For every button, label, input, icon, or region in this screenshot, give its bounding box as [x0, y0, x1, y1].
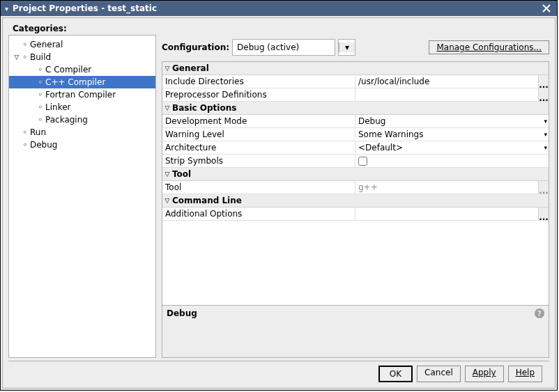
- property-grid: ▽General Include Directories/usr/local/i…: [162, 61, 549, 358]
- chevron-down-icon[interactable]: ▾: [544, 131, 547, 138]
- bullet-icon: [37, 103, 44, 111]
- browse-icon[interactable]: ...: [538, 207, 549, 220]
- tree-item-debug[interactable]: Debug: [9, 139, 155, 151]
- prop-include-directories[interactable]: Include Directories/usr/local/include...: [162, 75, 549, 88]
- close-icon[interactable]: [540, 2, 553, 15]
- strip-symbols-checkbox[interactable]: [358, 157, 367, 166]
- tree-item-linker[interactable]: Linker: [9, 101, 155, 113]
- titlebar[interactable]: ▾ Project Properties - test_static: [1, 1, 557, 16]
- prop-warning-level[interactable]: Warning LevelSome Warnings▾: [162, 128, 549, 141]
- grid-empty-area: [162, 221, 549, 305]
- tree-item-general[interactable]: General: [9, 38, 155, 51]
- help-button[interactable]: Help: [508, 366, 542, 382]
- chevron-down-icon: ▽: [162, 104, 172, 111]
- prop-tool[interactable]: Toolg++...: [162, 181, 549, 194]
- manage-configurations-button[interactable]: Manage Configurations...: [429, 40, 549, 54]
- prop-strip-symbols[interactable]: Strip Symbols: [162, 155, 549, 168]
- tree-item-packaging[interactable]: Packaging: [9, 113, 155, 126]
- chevron-down-icon: ▽: [162, 65, 172, 72]
- prop-development-mode[interactable]: Development ModeDebug▾: [162, 115, 549, 128]
- help-icon[interactable]: ?: [535, 308, 544, 318]
- tree-item-cpp-compiler[interactable]: C++ Compiler: [9, 76, 155, 88]
- configuration-label: Configuration:: [162, 42, 229, 52]
- properties-pane: Configuration: Debug (active) ▾ Manage C…: [162, 35, 549, 358]
- bullet-icon: [37, 65, 44, 74]
- chevron-down-icon: ▽: [162, 197, 172, 204]
- bullet-icon: [37, 91, 44, 99]
- cancel-button[interactable]: Cancel: [417, 366, 461, 382]
- apply-button[interactable]: Apply: [465, 366, 504, 382]
- chevron-down-icon[interactable]: ▾: [544, 144, 547, 151]
- window-menu-icon[interactable]: ▾: [5, 5, 8, 13]
- bullet-icon: [37, 78, 44, 86]
- bullet-icon: [22, 128, 29, 136]
- section-general[interactable]: ▽General: [162, 62, 549, 75]
- chevron-down-icon: ▽: [162, 171, 172, 178]
- window-title: Project Properties - test_static: [13, 3, 157, 13]
- bullet-icon: [22, 53, 29, 61]
- section-command-line[interactable]: ▽Command Line: [162, 194, 549, 207]
- bullet-icon: [22, 141, 29, 149]
- category-tree[interactable]: General ▽Build C Compiler C++ Compiler F…: [8, 35, 156, 358]
- configuration-value: Debug (active): [233, 42, 335, 52]
- chevron-down-icon[interactable]: ▽: [12, 54, 22, 61]
- bullet-icon: [22, 40, 29, 49]
- section-tool[interactable]: ▽Tool: [162, 168, 549, 181]
- browse-icon[interactable]: ...: [538, 181, 549, 194]
- categories-label: Categories:: [13, 24, 549, 33]
- description-panel: Debug ?: [162, 305, 549, 357]
- description-title: Debug: [167, 308, 197, 318]
- window: ▾ Project Properties - test_static Categ…: [0, 0, 558, 391]
- prop-preprocessor-definitions[interactable]: Preprocessor Definitions...: [162, 88, 549, 102]
- tree-item-build[interactable]: ▽Build: [9, 51, 155, 63]
- tree-item-c-compiler[interactable]: C Compiler: [9, 63, 155, 76]
- chevron-down-icon[interactable]: ▾: [544, 118, 547, 125]
- configuration-select[interactable]: Debug (active): [232, 39, 335, 56]
- browse-icon[interactable]: ...: [538, 75, 549, 88]
- chevron-down-icon: ▾: [339, 42, 355, 52]
- tree-item-fortran-compiler[interactable]: Fortran Compiler: [9, 88, 155, 101]
- tree-item-run[interactable]: Run: [9, 126, 155, 139]
- button-bar: OK Cancel Apply Help: [8, 361, 549, 386]
- configuration-dropdown-button[interactable]: ▾: [338, 39, 355, 56]
- prop-architecture[interactable]: Architecture<Default>▾: [162, 141, 549, 155]
- browse-icon[interactable]: ...: [538, 88, 549, 101]
- bullet-icon: [37, 116, 44, 124]
- ok-button[interactable]: OK: [378, 366, 413, 382]
- dialog-content: Categories: General ▽Build C Compiler C+…: [2, 17, 556, 389]
- prop-additional-options[interactable]: Additional Options...: [162, 207, 549, 221]
- section-basic-options[interactable]: ▽Basic Options: [162, 102, 549, 115]
